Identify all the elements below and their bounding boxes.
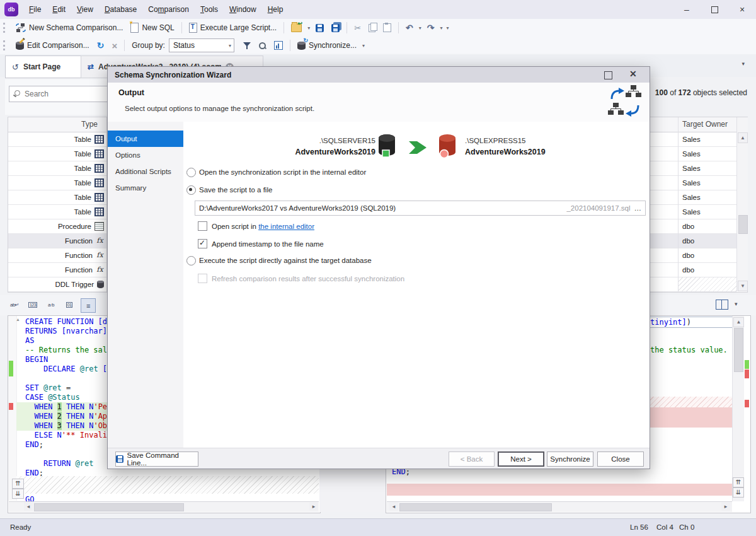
close-button[interactable]: × (728, 0, 756, 19)
copy-button[interactable] (365, 22, 379, 34)
owner-left-cell[interactable] (649, 234, 678, 248)
menu-comparison[interactable]: Comparison (142, 0, 195, 19)
scroll-left-icon[interactable]: ◂ (24, 503, 33, 511)
owner-grid-scrollbar[interactable]: ▲ ▼ (736, 117, 748, 291)
save-all-button[interactable] (328, 22, 343, 34)
side-by-side-view-icon[interactable] (716, 300, 728, 310)
wizard-nav-options[interactable]: Options (108, 147, 183, 163)
save-command-line-button[interactable]: Save Command Line... (115, 452, 198, 467)
menu-edit[interactable]: Edit (47, 0, 71, 19)
checkbox-append-timestamp-label[interactable]: Append timestamp to the file name (212, 240, 324, 248)
target-owner-cell[interactable]: Sales (679, 205, 736, 219)
next-diff-button[interactable]: ⇊ (12, 489, 24, 499)
radio-open-internal-editor-label[interactable]: Open the synchronization script in the i… (199, 168, 366, 176)
wizard-nav-output[interactable]: Output (108, 131, 183, 147)
paste-button[interactable] (379, 21, 395, 34)
type-row-procedure[interactable]: Procedure (8, 219, 106, 234)
scroll-right-icon[interactable]: ▸ (309, 503, 318, 511)
synchronize-button[interactable]: Synchronize (547, 452, 593, 467)
word-wrap-button[interactable]: ab↵ (8, 298, 21, 312)
type-row-ddl-trigger[interactable]: DDL Trigger (8, 277, 106, 292)
open-file-dropdown[interactable]: ▾ (306, 25, 312, 31)
filter-button[interactable] (239, 40, 255, 51)
file-path-field[interactable]: D:\AdventureWorks2017 vs AdventureWorks2… (195, 201, 646, 216)
type-row-table[interactable]: Table (8, 176, 106, 190)
view-mode-dropdown[interactable]: ▾ (735, 301, 738, 307)
synchronize-button[interactable]: Synchronize... (294, 39, 360, 52)
maximize-button[interactable] (701, 0, 728, 19)
checkbox-open-script[interactable] (198, 221, 207, 231)
tab-list-dropdown[interactable]: ▾ (742, 61, 745, 67)
next-button[interactable]: Next > (498, 452, 544, 467)
new-schema-comparison-button[interactable]: New Schema Comparison... (12, 21, 127, 35)
indent-guides-button[interactable]: ≡ (81, 298, 96, 313)
redo-dropdown[interactable]: ▾ (438, 25, 445, 31)
target-owner-cell[interactable] (679, 277, 736, 292)
refresh-button[interactable]: ↻ (93, 38, 108, 52)
redo-button[interactable]: ↷ (423, 21, 438, 35)
report-button[interactable] (270, 39, 287, 52)
scroll-up-icon[interactable]: ▲ (738, 132, 748, 143)
previous-diff-button[interactable]: ⇈ (12, 479, 24, 489)
owner-left-cell[interactable] (649, 132, 678, 147)
type-row-function[interactable]: Functionfx (8, 263, 106, 277)
type-row-table[interactable]: Table (8, 147, 106, 161)
search-box[interactable] (9, 86, 108, 102)
radio-execute-against-target-label[interactable]: Execute the script directly against the … (199, 257, 372, 264)
toolbar-grip[interactable] (3, 23, 8, 33)
menu-view[interactable]: View (71, 0, 99, 19)
menu-tools[interactable]: Tools (195, 0, 224, 19)
search-input[interactable] (23, 89, 108, 99)
menu-window[interactable]: Window (224, 0, 262, 19)
dialog-close-icon[interactable]: ✕ (629, 69, 637, 79)
toolbar-grip[interactable] (3, 40, 8, 50)
scroll-up-icon[interactable]: ▲ (733, 317, 744, 327)
horizontal-scrollbar[interactable]: ◂ ▸ (9, 501, 319, 512)
scroll-right-icon[interactable]: ▸ (721, 503, 730, 511)
type-row-table[interactable]: Table (8, 205, 106, 219)
target-owner-cell[interactable]: Sales (679, 161, 736, 176)
internal-editor-link[interactable]: the internal editor (258, 223, 314, 230)
checkbox-append-timestamp[interactable] (198, 239, 207, 248)
undo-button[interactable]: ↶ (402, 21, 417, 35)
target-owner-cell[interactable]: dbo (679, 263, 736, 277)
target-owner-cell[interactable]: Sales (679, 147, 736, 161)
target-owner-cell[interactable]: dbo (679, 219, 736, 234)
target-owner-cell[interactable]: dbo (679, 234, 736, 248)
execute-large-script-button[interactable]: Execute Large Script... (185, 21, 280, 35)
stop-button[interactable]: × (108, 38, 121, 53)
owner-left-cell[interactable] (649, 190, 678, 205)
scrollbar-thumb[interactable] (734, 328, 743, 372)
find-button[interactable] (255, 40, 270, 52)
scroll-left-icon[interactable]: ◂ (389, 503, 398, 511)
menu-file[interactable]: File (23, 0, 47, 19)
minimize-button[interactable]: – (673, 0, 701, 19)
owner-left-cell[interactable] (649, 176, 678, 190)
synchronize-dropdown[interactable]: ▾ (360, 43, 367, 49)
type-row-table[interactable]: Table (8, 161, 106, 176)
scroll-down-icon[interactable]: ▼ (738, 281, 748, 291)
type-row-table[interactable]: Table (8, 190, 106, 205)
whitespace-button[interactable]: a·b (44, 298, 58, 312)
wizard-nav-additional-scripts[interactable]: Additional Scripts (108, 163, 183, 180)
menu-database[interactable]: Database (99, 0, 142, 19)
binary-view-button[interactable]: 01 (62, 298, 76, 312)
checkbox-open-script-label[interactable]: Open script in the internal editor (212, 223, 314, 230)
target-owner-cell[interactable]: Sales (679, 190, 736, 205)
owner-left-cell[interactable] (649, 205, 678, 219)
owner-left-cell[interactable] (649, 248, 678, 263)
horizontal-scrollbar[interactable]: ◂ ▸ (387, 501, 732, 512)
type-row-table[interactable]: Table (8, 132, 106, 147)
type-row-function[interactable]: Functionfx (8, 248, 106, 263)
tab-start-page[interactable]: ↺ Start Page (5, 55, 91, 78)
scrollbar-thumb[interactable] (34, 503, 184, 511)
target-owner-header[interactable]: Target Owner (679, 117, 736, 132)
scrollbar-thumb[interactable] (399, 503, 552, 511)
next-diff-button[interactable]: ⇊ (733, 487, 744, 498)
owner-left-cell[interactable] (649, 277, 678, 292)
radio-execute-against-target[interactable] (186, 256, 196, 265)
open-file-button[interactable] (287, 22, 306, 34)
previous-diff-button[interactable]: ⇈ (733, 477, 744, 487)
wizard-nav-summary[interactable]: Summary (108, 180, 183, 196)
type-row-function[interactable]: Functionfx (8, 234, 106, 248)
